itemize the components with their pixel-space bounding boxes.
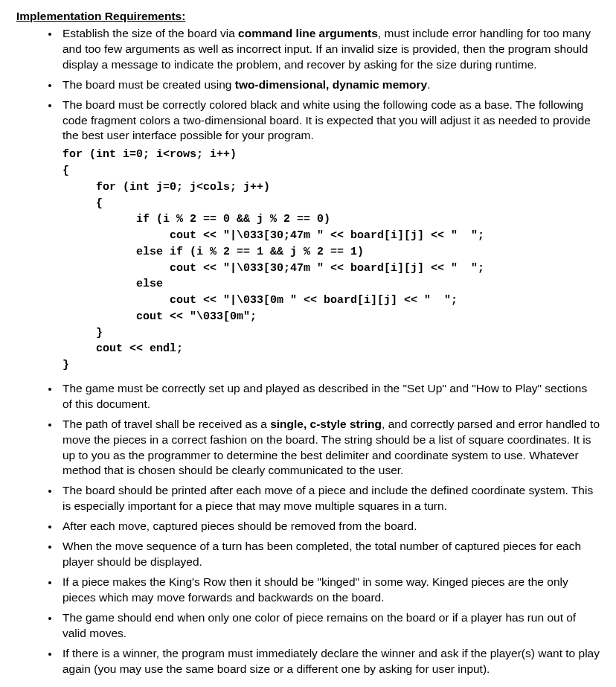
- list-item: The board must be created using two-dime…: [60, 77, 600, 93]
- list-item: The path of travel shall be received as …: [60, 417, 600, 479]
- text: The board must be created using: [62, 78, 235, 91]
- requirements-list: Establish the size of the board via comm…: [16, 26, 600, 677]
- text: If a piece makes the King's Row then it …: [62, 575, 568, 604]
- text: The board should be printed after each m…: [62, 484, 593, 512]
- list-item: The game must be correctly set up and pl…: [60, 381, 600, 412]
- text: .: [427, 78, 430, 91]
- bold-text: command line arguments: [238, 27, 378, 39]
- list-item: The board should be printed after each m…: [60, 483, 600, 514]
- text: If there is a winner, the program must i…: [62, 647, 600, 675]
- text: When the move sequence of a turn has bee…: [62, 540, 581, 568]
- list-item: If a piece makes the King's Row then it …: [60, 575, 600, 606]
- list-item: The board must be correctly colored blac…: [60, 98, 600, 374]
- text: After each move, captured pieces should …: [62, 520, 417, 532]
- bold-text: single, c-style string: [270, 418, 382, 430]
- bold-text: two-dimensional, dynamic memory: [235, 78, 427, 91]
- text: Establish the size of the board via: [62, 27, 238, 39]
- text: The path of travel shall be received as …: [62, 418, 270, 430]
- list-item: After each move, captured pieces should …: [60, 519, 600, 534]
- text: The game must be correctly set up and pl…: [62, 382, 587, 410]
- list-item: The game should end when only one color …: [60, 610, 600, 642]
- list-item: If there is a winner, the program must i…: [60, 646, 600, 677]
- text: The board must be correctly colored blac…: [62, 98, 591, 142]
- list-item: When the move sequence of a turn has bee…: [60, 539, 600, 570]
- code-block: for (int i=0; i<rows; i++) { for (int j=…: [62, 147, 600, 374]
- text: The game should end when only one color …: [62, 611, 576, 639]
- list-item: Establish the size of the board via comm…: [60, 26, 600, 73]
- section-heading: Implementation Requirements:: [16, 9, 600, 25]
